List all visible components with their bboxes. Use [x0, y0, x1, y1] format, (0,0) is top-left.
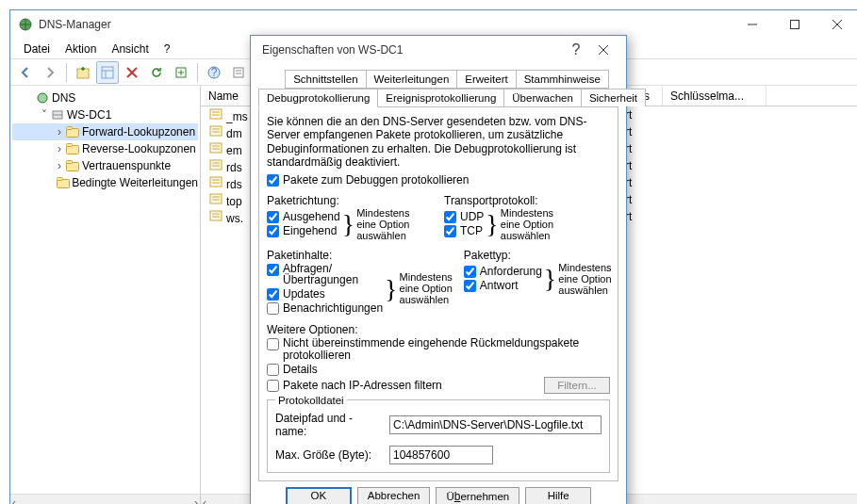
apply-button[interactable]: Übernehmen	[436, 487, 519, 504]
help-icon[interactable]: ?	[564, 41, 588, 58]
toolbar-export-button[interactable]	[170, 61, 192, 84]
expand-icon[interactable]: ˅	[39, 108, 50, 122]
tab-debug-logging[interactable]: Debugprotokollierung	[258, 89, 378, 107]
tab-interfaces[interactable]: Schnittstellen	[285, 70, 366, 89]
tcp-checkbox[interactable]	[444, 225, 456, 237]
svg-text:?: ?	[211, 66, 218, 79]
tree-reverse-zones[interactable]: › Reverse-Lookupzonen	[12, 140, 198, 157]
brace-icon: }	[486, 212, 498, 236]
menu-view[interactable]: Ansicht	[104, 41, 156, 57]
queries-checkbox[interactable]	[267, 264, 279, 276]
tree-server-label: WS-DC1	[67, 108, 111, 122]
dns-icon	[35, 90, 50, 106]
zone-icon	[208, 174, 223, 189]
collapse-icon[interactable]: ›	[54, 142, 65, 155]
tab-advanced[interactable]: Erweitert	[456, 70, 516, 89]
maximize-button[interactable]	[773, 11, 816, 38]
svg-rect-27	[67, 144, 73, 147]
help-button[interactable]: Hilfe	[525, 487, 591, 504]
svg-rect-41	[210, 160, 222, 170]
ip-filter-label: Pakete nach IP-Adressen filtern	[283, 379, 442, 392]
tree-node-label: Forward-Lookupzonen	[82, 125, 195, 138]
tab-security[interactable]: Sicherheit	[581, 89, 646, 106]
more-options-title: Weitere Optionen:	[267, 323, 610, 336]
maxsize-label: Max. Größe (Byte):	[275, 448, 384, 462]
enable-debug-label: Pakete zum Debuggen protokollieren	[283, 173, 469, 187]
request-checkbox[interactable]	[464, 266, 476, 278]
toolbar-delete-button[interactable]	[121, 61, 143, 84]
toolbar-refresh-button[interactable]	[145, 61, 168, 84]
tree-pane[interactable]: DNS ˅ WS-DC1 › Forward-Lookupzonen › Rev…	[10, 86, 201, 504]
answer-label: Antwort	[480, 279, 519, 292]
tree-node-label: Bedingte Weiterleitungen	[72, 176, 198, 189]
ip-filter-checkbox[interactable]	[267, 380, 279, 392]
direction-title: Paketrichtung:	[267, 194, 433, 207]
tab-event-logging[interactable]: Ereignisprotokollierung	[377, 89, 504, 106]
svg-point-21	[38, 93, 47, 103]
tcp-label: TCP	[460, 224, 483, 237]
svg-rect-14	[234, 68, 243, 77]
tree-server[interactable]: ˅ WS-DC1	[12, 106, 198, 123]
updates-label: Updates	[283, 287, 325, 301]
updates-checkbox[interactable]	[267, 288, 279, 301]
nav-back-button[interactable]	[14, 61, 37, 84]
collapse-icon[interactable]: ›	[54, 125, 65, 138]
enable-debug-checkbox[interactable]	[267, 174, 279, 187]
toolbar-add-button[interactable]	[72, 61, 94, 84]
maxsize-input[interactable]	[389, 446, 493, 464]
col-key-header[interactable]: Schlüsselma...	[663, 86, 766, 106]
filepath-input[interactable]	[389, 415, 602, 434]
zone-icon	[208, 140, 223, 155]
toolbar-help-button[interactable]: ?	[203, 61, 225, 84]
udp-label: UDP	[460, 210, 484, 223]
menu-file[interactable]: Datei	[16, 41, 58, 57]
server-icon	[50, 107, 65, 122]
folder-icon	[65, 158, 80, 173]
tab-monitoring[interactable]: Überwachen	[503, 89, 582, 106]
tree-node-label: Reverse-Lookupzonen	[82, 142, 196, 155]
ok-button[interactable]: OK	[286, 487, 352, 504]
tree-trust-points[interactable]: › Vertrauenspunkte	[12, 157, 198, 174]
request-label: Anforderung	[480, 265, 542, 278]
direction-hint: Mindestens eine Option auswählen	[356, 207, 409, 241]
collapse-icon[interactable]: ›	[54, 159, 65, 172]
filter-button[interactable]: Filtern...	[544, 377, 610, 394]
app-icon	[18, 17, 33, 32]
notifications-checkbox[interactable]	[267, 302, 279, 315]
logfile-group: Protokolldatei Dateipfad und -name: Max.…	[267, 399, 610, 473]
svg-rect-44	[210, 177, 222, 187]
toolbar-view-button[interactable]	[96, 61, 119, 84]
menu-help[interactable]: ?	[157, 41, 178, 57]
dialog-close-button[interactable]	[588, 37, 618, 63]
incoming-label: Eingehend	[283, 224, 337, 237]
close-button[interactable]	[816, 11, 857, 38]
udp-checkbox[interactable]	[444, 211, 456, 223]
answer-checkbox[interactable]	[464, 280, 476, 292]
zone-icon	[208, 157, 223, 172]
type-hint: Mindestens eine Option auswählen	[558, 262, 611, 296]
brace-icon: }	[342, 212, 354, 236]
tree-root-dns[interactable]: DNS	[12, 89, 198, 106]
toolbar-props-button[interactable]	[227, 61, 250, 84]
minimize-button[interactable]	[731, 11, 773, 38]
tab-panel-debug: Sie können die an den DNS-Server gesende…	[258, 106, 618, 481]
tab-forwarders[interactable]: Weiterleitungen	[366, 70, 458, 89]
details-checkbox[interactable]	[267, 364, 279, 376]
cancel-button[interactable]: Abbrechen	[357, 487, 431, 504]
svg-rect-2	[790, 21, 799, 29]
nav-forward-button[interactable]	[39, 61, 61, 84]
dialog-title: Eigenschaften von WS-DC1	[258, 43, 564, 57]
tree-conditional-forwarders[interactable]: Bedingte Weiterleitungen	[12, 174, 198, 191]
incoming-checkbox[interactable]	[267, 225, 279, 237]
zone-icon	[208, 106, 223, 122]
main-title: DNS-Manager	[39, 18, 731, 31]
outgoing-checkbox[interactable]	[267, 211, 279, 223]
brace-icon: }	[385, 277, 397, 301]
menu-action[interactable]: Aktion	[58, 41, 104, 57]
tree-forward-zones[interactable]: › Forward-Lookupzonen	[12, 123, 198, 140]
tree-scrollbar[interactable]: ‹›	[10, 494, 200, 504]
dialog-titlebar[interactable]: Eigenschaften von WS-DC1 ?	[251, 36, 626, 64]
tab-roothints[interactable]: Stammhinweise	[516, 70, 609, 89]
svg-rect-29	[67, 161, 73, 164]
unmatched-checkbox[interactable]	[267, 338, 279, 350]
